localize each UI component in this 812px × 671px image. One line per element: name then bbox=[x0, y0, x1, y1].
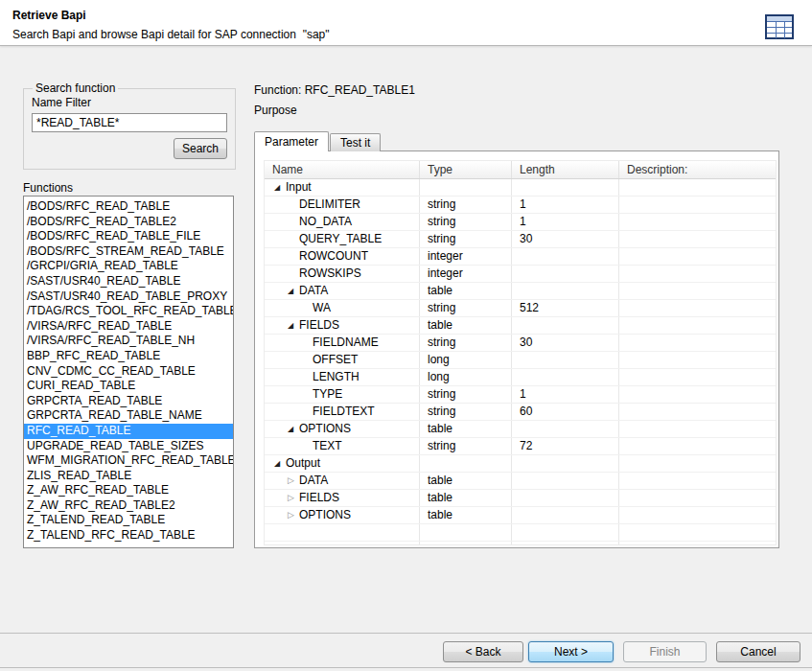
param-type-cell: table bbox=[420, 317, 512, 334]
param-desc-cell bbox=[619, 542, 776, 544]
param-name-cell: TYPE bbox=[265, 386, 420, 403]
name-filter-input[interactable] bbox=[32, 113, 227, 132]
function-list-item[interactable]: /TDAG/RCS_TOOL_RFC_READ_TABLE bbox=[24, 304, 233, 319]
parameter-row[interactable]: WAstring512 bbox=[265, 300, 776, 317]
function-list-item[interactable]: /BODS/RFC_STREAM_READ_TABLE bbox=[24, 244, 233, 260]
function-list-item[interactable]: /VIRSA/RFC_READ_TABLE bbox=[24, 319, 233, 335]
function-list-item[interactable]: Z_TALEND_READ_TABLE bbox=[24, 513, 233, 528]
param-name: QUERY_TABLE bbox=[299, 232, 382, 245]
parameter-row[interactable]: TYPEstring1 bbox=[265, 386, 776, 404]
column-header-description[interactable]: Description: bbox=[619, 161, 776, 178]
search-button[interactable]: Search bbox=[174, 138, 227, 159]
param-name-cell: ROWCOUNT bbox=[265, 248, 420, 265]
parameter-row[interactable]: LENGTHlong bbox=[265, 369, 776, 386]
expanded-marker-icon[interactable]: ◢ bbox=[288, 283, 299, 299]
parameter-row[interactable]: ▷OPTIONStable bbox=[265, 507, 776, 524]
parameter-row-empty bbox=[265, 542, 776, 544]
function-list-item[interactable]: CNV_CDMC_CC_READ_TABLE bbox=[24, 364, 233, 380]
collapsed-marker-icon[interactable]: ▷ bbox=[288, 490, 299, 506]
param-length-cell bbox=[512, 369, 619, 385]
parameter-row[interactable]: OFFSETlong bbox=[265, 352, 776, 369]
function-list-item[interactable]: ZLIS_READ_TABLE bbox=[24, 469, 233, 484]
function-list-item[interactable]: /BODS/RFC_READ_TABLE2 bbox=[24, 215, 233, 230]
parameter-row[interactable]: NO_DATAstring1 bbox=[265, 214, 776, 231]
parameter-row[interactable]: ◢DATAtable bbox=[265, 283, 776, 300]
search-function-group: Search function Name Filter Search bbox=[23, 81, 236, 170]
function-list-item[interactable]: GRPCRTA_READ_TABLE_NAME bbox=[24, 408, 233, 424]
param-name: LENGTH bbox=[313, 370, 360, 383]
parameter-row[interactable]: ROWSKIPSinteger bbox=[265, 266, 776, 283]
function-list-item[interactable]: WFM_MIGRATION_RFC_READ_TABLE bbox=[24, 453, 233, 469]
param-desc-cell bbox=[619, 438, 776, 454]
column-header-name[interactable]: Name bbox=[265, 161, 420, 178]
cancel-button[interactable]: Cancel bbox=[716, 641, 800, 662]
param-desc-cell bbox=[619, 404, 776, 420]
function-list-item[interactable]: GRPCRTA_READ_TABLE bbox=[24, 394, 233, 409]
parameter-row[interactable]: ◢OPTIONStable bbox=[265, 421, 776, 438]
back-button[interactable]: < Back bbox=[443, 641, 523, 662]
param-length-cell bbox=[512, 248, 619, 265]
function-list-item[interactable]: BBP_RFC_READ_TABLE bbox=[24, 349, 233, 364]
next-button[interactable]: Next > bbox=[528, 641, 614, 662]
parameter-row[interactable]: DELIMITERstring1 bbox=[265, 197, 776, 214]
function-list-item[interactable]: /VIRSA/RFC_READ_TABLE_NH bbox=[24, 334, 233, 349]
tab-test-it[interactable]: Test it bbox=[330, 133, 381, 151]
param-length-cell bbox=[512, 507, 619, 523]
parameter-table-body: ◢InputDELIMITERstring1NO_DATAstring1QUER… bbox=[265, 179, 776, 544]
param-type-cell: integer bbox=[420, 248, 512, 265]
param-name: DATA bbox=[299, 284, 328, 297]
function-list-item[interactable]: RFC_READ_TABLE bbox=[24, 424, 233, 439]
functions-list: /BODS/RFC_READ_TABLE/BODS/RFC_READ_TABLE… bbox=[23, 196, 234, 548]
parameter-row[interactable]: FIELDTEXTstring60 bbox=[265, 404, 776, 421]
function-list-item[interactable]: Z_AW_RFC_READ_TABLE2 bbox=[24, 498, 233, 514]
param-name: Output bbox=[286, 456, 320, 470]
param-type-cell bbox=[420, 455, 512, 472]
param-name-cell: OFFSET bbox=[265, 352, 420, 368]
wizard-header: Retrieve Bapi Search Bapi and browse Bap… bbox=[0, 0, 812, 46]
function-list-item[interactable]: /SAST/USR40_READ_TABLE_PROXY bbox=[24, 289, 233, 305]
parameter-row-empty bbox=[265, 524, 776, 542]
param-type-cell: table bbox=[420, 283, 512, 299]
tab-parameter[interactable]: Parameter bbox=[254, 131, 329, 151]
collapsed-marker-icon[interactable]: ▷ bbox=[288, 507, 299, 523]
column-header-length[interactable]: Length bbox=[512, 161, 619, 178]
expanded-marker-icon[interactable]: ◢ bbox=[288, 317, 299, 334]
parameter-row[interactable]: ◢Input bbox=[265, 179, 776, 197]
param-desc-cell bbox=[619, 335, 776, 351]
function-list-item[interactable]: /BODS/RFC_READ_TABLE bbox=[24, 199, 233, 215]
param-type-cell: table bbox=[420, 421, 512, 437]
function-list-item[interactable]: /BODS/RFC_READ_TABLE_FILE bbox=[24, 229, 233, 244]
finish-button[interactable]: Finish bbox=[623, 641, 707, 662]
expanded-marker-icon[interactable]: ◢ bbox=[288, 421, 299, 437]
expanded-marker-icon[interactable]: ◢ bbox=[274, 179, 286, 196]
function-list-item[interactable]: Z_TALEND_RFC_READ_TABLE bbox=[24, 528, 233, 544]
parameter-row[interactable]: QUERY_TABLEstring30 bbox=[265, 231, 776, 248]
param-length-cell bbox=[512, 179, 619, 196]
param-name-cell: QUERY_TABLE bbox=[265, 231, 420, 247]
function-list-item[interactable]: /SAST/USR40_READ_TABLE bbox=[24, 274, 233, 289]
param-type-cell: long bbox=[420, 369, 512, 385]
parameter-row[interactable]: ROWCOUNTinteger bbox=[265, 248, 776, 266]
function-list-item[interactable]: UPGRADE_READ_TABLE_SIZES bbox=[24, 439, 233, 454]
window-bottom-edge bbox=[0, 667, 812, 668]
parameter-row[interactable]: ◢FIELDStable bbox=[265, 317, 776, 335]
parameter-row[interactable]: ◢Output bbox=[265, 455, 776, 473]
functions-label: Functions bbox=[23, 181, 73, 195]
parameter-row[interactable]: ▷DATAtable bbox=[265, 473, 776, 490]
param-name-cell: ◢Input bbox=[265, 179, 420, 196]
collapsed-marker-icon[interactable]: ▷ bbox=[288, 473, 299, 489]
function-list-item[interactable]: CURI_READ_TABLE bbox=[24, 379, 233, 394]
parameter-row[interactable]: ▷FIELDStable bbox=[265, 490, 776, 507]
param-type-cell: string bbox=[420, 300, 512, 316]
parameter-row[interactable]: TEXTstring72 bbox=[265, 438, 776, 455]
param-type-cell: table bbox=[420, 490, 512, 506]
param-type-cell: string bbox=[420, 386, 512, 403]
expanded-marker-icon[interactable]: ◢ bbox=[274, 455, 286, 472]
function-list-item[interactable]: Z_AW_RFC_READ_TABLE bbox=[24, 483, 233, 498]
param-desc-cell bbox=[619, 490, 776, 506]
column-header-type[interactable]: Type bbox=[420, 161, 512, 178]
param-desc-cell bbox=[619, 386, 776, 403]
parameter-row[interactable]: FIELDNAMEstring30 bbox=[265, 335, 776, 352]
function-list-item[interactable]: /GRCPI/GRIA_READ_TABLE bbox=[24, 259, 233, 274]
function-name-label: Function: RFC_READ_TABLE1 bbox=[254, 83, 415, 97]
